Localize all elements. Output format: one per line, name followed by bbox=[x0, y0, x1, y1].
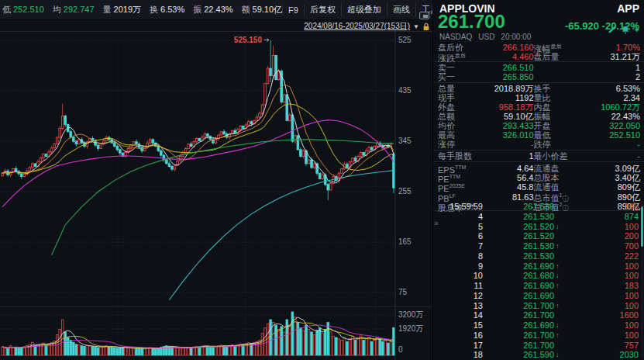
tape-row: 13261.700↑100 bbox=[433, 301, 644, 311]
kline-chart[interactable]: 525.150525435345255165753200万1920万0 bbox=[0, 31, 432, 360]
quote-value: 4.64 bbox=[486, 164, 534, 173]
quote-row: 现手1192量比2.34 bbox=[433, 93, 644, 102]
toolbar-item-画线[interactable]: 画线 bbox=[387, 3, 416, 16]
quote-label: 涨停 bbox=[438, 140, 486, 149]
svg-text:255: 255 bbox=[398, 187, 412, 196]
quote-row: EPSTTM4.64流通盘3.09亿 bbox=[433, 163, 644, 172]
quote-value: 1060.72万 bbox=[593, 102, 641, 112]
quote-row: 最高326.010最低252.510 bbox=[433, 130, 644, 140]
tape-time: 10 bbox=[439, 271, 483, 281]
arrow-up-icon: ↑ bbox=[554, 241, 563, 251]
quote-value: 3.40亿 bbox=[593, 173, 641, 182]
quote-label: 最低 bbox=[534, 130, 593, 140]
tape-row: 10261.680↓100 bbox=[433, 271, 644, 281]
stat-label: 低 bbox=[2, 5, 11, 14]
quote-label: 开盘 bbox=[534, 121, 593, 130]
toolbar-item-F9[interactable]: F9 bbox=[282, 5, 305, 16]
date-range-selector[interactable]: 2024/08/16-2025/03/27(153日) bbox=[304, 21, 410, 32]
tape-time: 6 bbox=[439, 231, 483, 241]
last-price: 261.700 bbox=[438, 11, 505, 33]
tape-volume: 100 bbox=[563, 291, 639, 301]
tape-volume: 200 bbox=[563, 231, 639, 241]
tape-volume: 1600 bbox=[563, 310, 639, 320]
tape-row: 17261.700757 bbox=[433, 341, 644, 351]
tape-time: 4 bbox=[439, 212, 483, 222]
add-to-watchlist-icon[interactable]: + bbox=[635, 25, 639, 34]
tape-volume: 2030 bbox=[563, 350, 639, 360]
quote-value: 1 bbox=[593, 63, 641, 72]
tape-time: 9 bbox=[439, 261, 483, 272]
svg-text:1920万: 1920万 bbox=[398, 324, 423, 333]
tape-volume: 100 bbox=[563, 271, 639, 281]
tape-row: 12261.690100 bbox=[433, 291, 644, 301]
quote-label: 总股本 bbox=[534, 173, 593, 182]
pencil-icon[interactable] bbox=[608, 26, 616, 33]
quote-row: PE2025E45.8流通值809亿 bbox=[433, 182, 644, 191]
tape-volume: 700 bbox=[563, 241, 639, 251]
quote-value: 56.4 bbox=[486, 173, 534, 182]
tape-price: 261.690 bbox=[483, 281, 554, 291]
tape-row: 15261.690↓100 bbox=[433, 320, 644, 331]
quote-label: 现手 bbox=[438, 93, 486, 102]
quote-row: 卖一266.5101 bbox=[433, 63, 644, 72]
time-and-sales-list: 15:59:59261.530↓1004261.5308745261.520↓1… bbox=[433, 202, 644, 360]
tape-time: 11 bbox=[439, 281, 483, 291]
quote-value: 45.8 bbox=[486, 182, 534, 192]
svg-text:0: 0 bbox=[398, 345, 403, 354]
quote-value: 809亿 bbox=[593, 182, 641, 192]
lock-icon[interactable] bbox=[422, 22, 430, 31]
day-stats-bar: 低252.510均292.747量2019万换6.53%振22.43%额59.1… bbox=[2, 4, 282, 16]
tape-price: 261.690 bbox=[483, 291, 554, 301]
quote-value: 4.460 bbox=[486, 52, 534, 61]
toolbar-item-后复权[interactable]: 后复权 bbox=[305, 3, 342, 16]
tape-time: 8 bbox=[439, 251, 483, 261]
tape-row: 4261.530874 bbox=[433, 212, 644, 222]
quote-value: 2018.89万 bbox=[486, 84, 534, 93]
stat-量: 量2019万 bbox=[103, 4, 141, 16]
quote-row: PETTM56.4总股本3.40亿 bbox=[433, 172, 644, 182]
stat-value: 6.53% bbox=[160, 5, 184, 14]
exchange-label: NASDAQ bbox=[439, 33, 472, 41]
tape-price: 261.700 bbox=[483, 310, 554, 320]
chart-frame bbox=[0, 31, 432, 360]
tape-time: 5 bbox=[439, 222, 483, 232]
quote-value: 1 bbox=[486, 151, 534, 161]
quote-panel: APPLOVIN APP 261.700 -65.920 -20.12% NAS… bbox=[432, 0, 644, 360]
quote-label: 跌停 bbox=[534, 140, 593, 149]
quote-header: APPLOVIN APP 261.700 -65.920 -20.12% NAS… bbox=[433, 0, 644, 40]
quote-value: 266.160 bbox=[486, 43, 534, 52]
floating-window-icon[interactable] bbox=[419, 12, 429, 19]
chevron-down-icon[interactable]: ▼ bbox=[413, 23, 419, 30]
stat-label: 振 bbox=[193, 5, 201, 14]
tape-volume: 100 bbox=[563, 320, 639, 331]
stat-label: 换 bbox=[150, 5, 158, 14]
chart-top-bar: 低252.510均292.747量2019万换6.53%振22.43%额59.1… bbox=[0, 0, 432, 20]
tape-price: 261.680 bbox=[483, 271, 554, 281]
arrow-up-icon: ↑ bbox=[554, 301, 563, 311]
stat-均: 均292.747 bbox=[53, 4, 95, 16]
quote-value: 322.050 bbox=[593, 121, 641, 130]
currency-label: USD bbox=[478, 33, 494, 41]
quote-time: 20:00:00 bbox=[501, 33, 531, 41]
toolbar-item-超级叠加[interactable]: 超级叠加 bbox=[342, 3, 387, 16]
ma-lines-layer bbox=[2, 70, 394, 299]
tape-price: 261.700 bbox=[483, 331, 554, 341]
stat-振: 振22.43% bbox=[193, 4, 232, 16]
quote-label: 量比 bbox=[534, 93, 593, 102]
quote-row: 盘后价266.160涨幅盘后1.70% bbox=[433, 42, 644, 51]
tape-scrollbar-thumb[interactable] bbox=[641, 206, 643, 247]
tape-price: 261.590 bbox=[483, 350, 554, 360]
tape-time: 18 bbox=[439, 350, 483, 360]
quote-label: 换手 bbox=[534, 84, 593, 93]
quote-value: 2.34 bbox=[593, 93, 641, 102]
arrow-down-icon: ↓ bbox=[554, 350, 563, 360]
quote-value: - bbox=[593, 151, 641, 161]
tape-scrollbar[interactable] bbox=[641, 203, 643, 358]
tape-row: 8261.530222 bbox=[433, 251, 644, 261]
panel-expander-icon[interactable]: » bbox=[434, 219, 439, 227]
quote-label: 振幅 bbox=[534, 112, 593, 121]
tape-volume: 222 bbox=[563, 251, 639, 261]
tape-volume: 183 bbox=[563, 281, 639, 291]
bell-icon[interactable] bbox=[622, 26, 629, 34]
arrow-up-icon: ↑ bbox=[554, 331, 563, 341]
